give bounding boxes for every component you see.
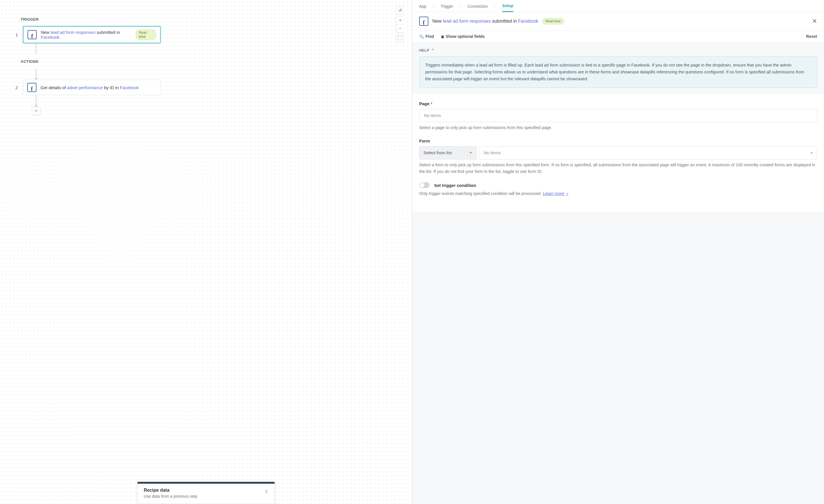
realtime-badge: Real-time [542, 18, 564, 24]
fit-screen-button[interactable]: ⛶ [396, 34, 404, 42]
plus-icon: + [399, 18, 401, 23]
recipe-canvas: TRIGGER 1 f New lead ad form responses s… [0, 0, 412, 504]
collapse-icon[interactable]: ⇳ [265, 489, 268, 494]
setup-panel: App → Trigger → Connection → Setup f New… [412, 0, 824, 504]
arrow-icon: → [458, 4, 462, 8]
reset-button[interactable]: Reset [806, 34, 817, 39]
condition-help-text: Only trigger events matching specified c… [419, 191, 817, 197]
trigger-condition-toggle[interactable] [419, 182, 429, 188]
eye-icon: ◉ [441, 34, 444, 39]
form-field-label: Form [419, 138, 817, 143]
step-number-1: 1 [14, 32, 18, 37]
form-help-text: Select a form to only pick up form submi… [419, 162, 817, 175]
facebook-icon: f [27, 30, 37, 39]
minus-icon: − [399, 26, 401, 31]
form-mode-select[interactable]: Select from list ▼ [419, 146, 477, 159]
connector-arrow [36, 68, 36, 80]
learn-more-link[interactable]: Learn more ↗ [543, 191, 569, 196]
zoom-out-button[interactable]: − [396, 24, 404, 32]
tab-connection[interactable]: Connection [468, 4, 488, 12]
arrow-icon: → [493, 4, 497, 8]
recipe-data-title: Recipe data [144, 488, 197, 493]
action-step-card[interactable]: f Get details of adset performance by ID… [23, 80, 161, 95]
connector-line [36, 43, 36, 55]
arrow-icon: → [431, 4, 435, 8]
panel-title: New lead ad form responses submitted in … [432, 19, 538, 24]
zoom-in-button[interactable]: + [396, 16, 404, 24]
trigger-condition-label: Set trigger condition [434, 183, 476, 188]
trigger-step-card[interactable]: f New lead ad form responses submitted i… [23, 26, 161, 43]
step-number-2: 2 [14, 85, 18, 90]
show-optional-button[interactable]: ◉ Show optional fields [441, 34, 485, 39]
undo-icon: ↺ [398, 8, 402, 13]
facebook-icon: f [27, 83, 36, 92]
help-text: Triggers immediately when a lead ad form… [419, 56, 817, 88]
page-help-text: Select a page to only pick up form submi… [419, 124, 817, 131]
facebook-icon: f [419, 17, 428, 26]
chevron-up-icon: ⌃ [431, 48, 435, 52]
find-button[interactable]: 🔍 Find [419, 34, 434, 39]
search-icon: 🔍 [419, 34, 424, 39]
close-icon: ✕ [812, 17, 817, 25]
recipe-data-panel[interactable]: Recipe data Use data from a previous ste… [137, 482, 275, 504]
realtime-badge: Real-time [136, 29, 156, 40]
form-dropdown[interactable]: No items [479, 146, 817, 159]
connector-arrow [36, 95, 36, 107]
undo-button[interactable]: ↺ [396, 6, 404, 14]
trigger-step-text: New lead ad form responses submitted in … [41, 30, 132, 39]
help-toggle[interactable]: HELP ⌃ [419, 48, 817, 52]
tab-trigger[interactable]: Trigger [441, 4, 453, 12]
add-step-button[interactable]: + [32, 107, 40, 115]
action-step-text: Get details of adset performance by ID i… [40, 85, 139, 90]
actions-section-label: ACTIONS [21, 59, 398, 64]
close-button[interactable]: ✕ [812, 17, 817, 25]
external-link-icon: ↗ [566, 192, 569, 196]
tab-app[interactable]: App [419, 4, 426, 12]
recipe-data-subtitle: Use data from a previous step [144, 494, 197, 499]
breadcrumb-tabs: App → Trigger → Connection → Setup [412, 0, 824, 12]
page-dropdown[interactable]: No items [419, 109, 817, 122]
tab-setup[interactable]: Setup [502, 3, 514, 12]
fit-icon: ⛶ [398, 36, 402, 41]
caret-down-icon: ▼ [810, 151, 813, 154]
page-field-label: Page * [419, 101, 817, 106]
trigger-section-label: TRIGGER [21, 17, 398, 21]
caret-down-icon: ▼ [470, 151, 472, 154]
